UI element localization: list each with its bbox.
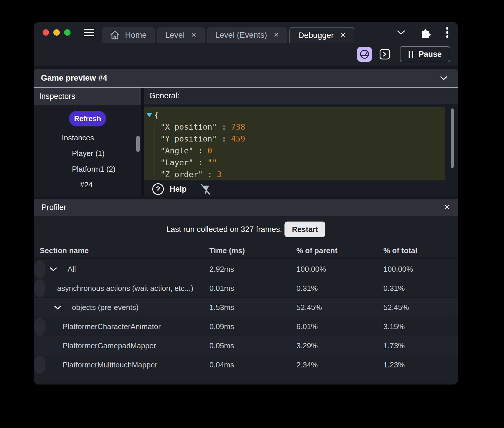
column-percent-total: % of total: [383, 246, 452, 255]
console-icon-button[interactable]: [380, 49, 390, 59]
time-value: 2.92ms: [209, 265, 296, 274]
percent-of-parent: 0.31%: [296, 284, 383, 293]
profiler-status-row: Last run collected on 327 frames. Restar…: [34, 216, 458, 243]
game-preview-title: Game preview #4: [41, 73, 107, 83]
table-row[interactable]: PlatformerGamepadMapper 0.05ms 3.29% 1.7…: [34, 336, 458, 355]
section-name: All: [68, 265, 76, 274]
collapse-triangle-icon[interactable]: [146, 113, 152, 117]
tree-item-player[interactable]: Player (1): [34, 146, 141, 161]
profiler-body: Last run collected on 327 frames. Restar…: [34, 216, 458, 385]
inspectors-panel: Inspectors Refresh Instances Player (1) …: [34, 88, 141, 196]
tab-label: Level: [165, 30, 185, 40]
general-scrollbar[interactable]: [451, 108, 454, 168]
help-icon[interactable]: ?: [152, 183, 164, 195]
table-row[interactable]: PlatformerMultitouchMapper 0.04ms 2.34% …: [34, 355, 46, 374]
profiler-table-header: Section name Time (ms) % of parent % of …: [34, 243, 458, 258]
json-indent-guide: [155, 123, 155, 177]
refresh-button[interactable]: Refresh: [69, 111, 106, 126]
chevron-down-icon[interactable]: [440, 76, 447, 80]
profiler-header: Profiler ✕: [34, 199, 458, 216]
json-property-row: "X position" : 738: [146, 121, 445, 133]
json-root-line: {: [146, 109, 445, 121]
instance-properties-json: { "X position" : 738 "Y position" : 459 …: [144, 107, 445, 180]
tab-home[interactable]: Home: [102, 27, 155, 43]
profiler-status-text: Last run collected on 327 frames.: [166, 225, 282, 234]
time-value: 1.53ms: [209, 303, 296, 312]
profiler-gauge-icon-button[interactable]: [357, 47, 372, 62]
tree-item-instance-24[interactable]: #24: [34, 177, 141, 193]
general-header: General:: [144, 88, 458, 104]
restart-button[interactable]: Restart: [284, 222, 326, 237]
chevron-down-icon[interactable]: [54, 305, 61, 310]
titlebar-right-icons: [397, 27, 451, 38]
close-icon[interactable]: ✕: [340, 32, 346, 39]
table-row[interactable]: asynchronous actions (wait action, etc..…: [34, 278, 46, 298]
minimize-window-button[interactable]: [53, 29, 60, 36]
json-value[interactable]: 459: [231, 134, 245, 143]
inspectors-list: Refresh Instances Player (1) Platform1 (…: [34, 105, 141, 196]
app-window: Home Level ✕ Level (Events) ✕ Debugger ✕: [34, 22, 458, 385]
inspector-tree: Instances Player (1) Platform1 (2) #24: [34, 130, 141, 193]
section-name: PlatformerCharacterAnimator: [63, 322, 161, 331]
json-value[interactable]: 3: [217, 170, 222, 179]
json-key: "Z order": [160, 170, 203, 179]
help-row: ? Help: [144, 183, 458, 195]
profiler-title: Profiler: [41, 203, 66, 212]
help-label[interactable]: Help: [170, 185, 187, 194]
tab-level-events[interactable]: Level (Events) ✕: [207, 27, 287, 43]
tree-item-instances[interactable]: Instances: [34, 130, 141, 146]
close-icon[interactable]: ✕: [273, 32, 279, 38]
pause-icon: [409, 51, 413, 58]
tab-level[interactable]: Level ✕: [157, 27, 205, 43]
json-property-row: "Angle" : 0: [146, 145, 445, 157]
section-name: PlatformerGamepadMapper: [63, 341, 156, 350]
extensions-puzzle-icon[interactable]: [420, 27, 431, 38]
json-property-row: "Z order" : 3: [146, 168, 445, 180]
game-preview-header[interactable]: Game preview #4: [34, 69, 458, 87]
json-property-row: "Layer" : "": [146, 157, 445, 168]
table-row[interactable]: PlatformerCharacterAnimator 0.09ms 6.01%…: [34, 317, 46, 336]
json-value[interactable]: 0: [208, 146, 212, 155]
section-name: objects (pre-events): [72, 303, 139, 312]
inspectors-scrollbar[interactable]: [136, 136, 140, 152]
macos-traffic-lights: [43, 29, 70, 36]
inspectors-header: Inspectors: [34, 88, 141, 105]
json-key: "Angle": [160, 146, 193, 155]
json-value[interactable]: 738: [231, 122, 245, 131]
chevron-down-icon[interactable]: [397, 30, 405, 35]
tab-label: Home: [125, 30, 147, 40]
percent-of-parent: 2.34%: [296, 360, 383, 369]
unpin-icon[interactable]: [200, 183, 211, 195]
hamburger-menu-icon[interactable]: [84, 29, 94, 36]
time-value: 0.05ms: [209, 341, 296, 350]
panel-divider: [141, 88, 144, 196]
table-row[interactable]: objects (pre-events) 1.53ms 52.45% 52.45…: [34, 298, 458, 317]
more-options-dots-icon[interactable]: [446, 27, 449, 38]
json-key: "Layer": [160, 158, 193, 167]
percent-of-total: 52.45%: [383, 303, 452, 312]
section-name: PlatformerMultitouchMapper: [63, 360, 157, 369]
tree-item-platform1[interactable]: Platform1 (2): [34, 161, 141, 177]
section-name: asynchronous actions (wait action, etc..…: [57, 284, 193, 293]
percent-of-total: 1.23%: [383, 360, 405, 369]
json-value[interactable]: "": [208, 158, 217, 167]
maximize-window-button[interactable]: [64, 29, 70, 36]
time-value: 0.04ms: [209, 360, 296, 369]
tab-debugger[interactable]: Debugger ✕: [289, 27, 354, 43]
column-time: Time (ms): [209, 246, 296, 255]
tab-bar: Home Level ✕ Level (Events) ✕ Debugger ✕: [102, 27, 354, 43]
percent-of-total: 0.31%: [383, 284, 405, 293]
pause-button[interactable]: Pause: [400, 46, 450, 62]
column-percent-parent: % of parent: [296, 246, 383, 255]
close-icon[interactable]: ✕: [444, 203, 450, 211]
percent-of-parent: 100.00%: [296, 265, 383, 274]
chevron-down-icon[interactable]: [50, 267, 57, 271]
time-value: 0.01ms: [209, 284, 296, 293]
table-row[interactable]: All 2.92ms 100.00% 100.00%: [34, 259, 46, 278]
percent-of-parent: 3.29%: [296, 341, 383, 350]
divider-line: [34, 258, 458, 259]
close-icon[interactable]: ✕: [191, 32, 197, 38]
tab-label: Level (Events): [215, 30, 267, 40]
close-window-button[interactable]: [43, 29, 49, 36]
general-body: { "X position" : 738 "Y position" : 459 …: [144, 104, 458, 196]
